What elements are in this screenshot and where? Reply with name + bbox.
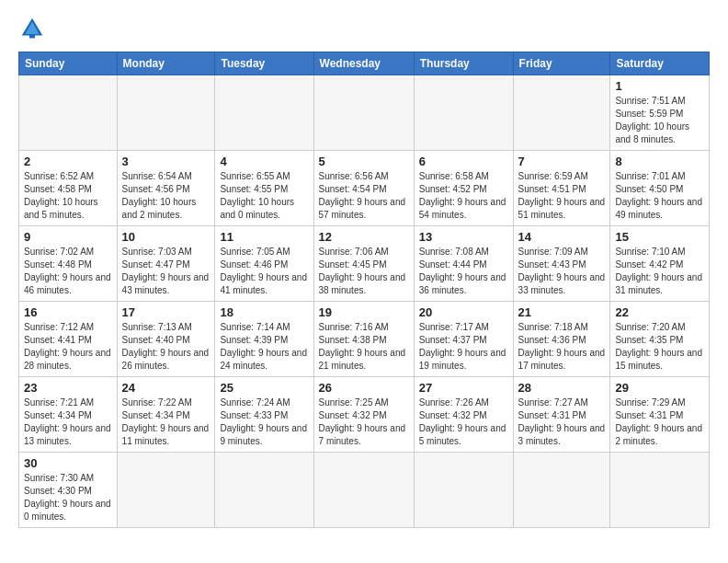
calendar-cell: 22Sunrise: 7:20 AM Sunset: 4:35 PM Dayli… (610, 302, 710, 377)
calendar-week-row: 23Sunrise: 7:21 AM Sunset: 4:34 PM Dayli… (19, 377, 710, 453)
day-info: Sunrise: 7:29 AM Sunset: 4:31 PM Dayligh… (615, 396, 704, 448)
day-number: 6 (419, 155, 508, 168)
day-info: Sunrise: 7:20 AM Sunset: 4:35 PM Dayligh… (615, 321, 704, 373)
calendar-cell: 24Sunrise: 7:22 AM Sunset: 4:34 PM Dayli… (117, 377, 215, 453)
day-number: 22 (615, 305, 704, 319)
calendar-cell: 8Sunrise: 7:01 AM Sunset: 4:50 PM Daylig… (610, 151, 710, 226)
calendar-cell: 27Sunrise: 7:26 AM Sunset: 4:32 PM Dayli… (414, 377, 513, 453)
day-info: Sunrise: 6:58 AM Sunset: 4:52 PM Dayligh… (419, 170, 508, 222)
calendar-cell (117, 453, 215, 528)
day-number: 7 (518, 155, 606, 168)
day-info: Sunrise: 7:51 AM Sunset: 5:59 PM Dayligh… (615, 95, 704, 146)
calendar-header-row: SundayMondayTuesdayWednesdayThursdayFrid… (19, 52, 710, 75)
day-info: Sunrise: 7:16 AM Sunset: 4:38 PM Dayligh… (319, 321, 409, 373)
calendar-cell: 9Sunrise: 7:02 AM Sunset: 4:48 PM Daylig… (19, 226, 118, 302)
day-number: 24 (122, 381, 210, 395)
calendar-cell (513, 453, 610, 528)
day-info: Sunrise: 6:59 AM Sunset: 4:51 PM Dayligh… (518, 170, 606, 222)
weekday-header: Sunday (19, 52, 118, 75)
day-info: Sunrise: 7:17 AM Sunset: 4:37 PM Dayligh… (419, 321, 508, 373)
calendar-cell (414, 453, 513, 528)
calendar-cell (215, 75, 313, 151)
day-number: 12 (319, 230, 409, 244)
day-number: 25 (220, 381, 308, 395)
logo (18, 15, 50, 42)
day-info: Sunrise: 7:10 AM Sunset: 4:42 PM Dayligh… (615, 246, 704, 297)
day-number: 15 (615, 230, 704, 244)
calendar-week-row: 1Sunrise: 7:51 AM Sunset: 5:59 PM Daylig… (19, 75, 710, 151)
day-info: Sunrise: 7:25 AM Sunset: 4:32 PM Dayligh… (319, 396, 409, 448)
calendar-week-row: 2Sunrise: 6:52 AM Sunset: 4:58 PM Daylig… (19, 151, 710, 226)
day-number: 2 (24, 155, 112, 168)
day-number: 18 (220, 305, 308, 319)
calendar-cell: 28Sunrise: 7:27 AM Sunset: 4:31 PM Dayli… (513, 377, 610, 453)
calendar-cell (513, 75, 610, 151)
weekday-header: Thursday (414, 52, 513, 75)
day-info: Sunrise: 7:24 AM Sunset: 4:33 PM Dayligh… (220, 396, 308, 448)
calendar-cell: 6Sunrise: 6:58 AM Sunset: 4:52 PM Daylig… (414, 151, 513, 226)
day-number: 19 (319, 305, 409, 319)
day-number: 29 (615, 381, 704, 395)
calendar-week-row: 16Sunrise: 7:12 AM Sunset: 4:41 PM Dayli… (19, 302, 710, 377)
calendar-cell: 2Sunrise: 6:52 AM Sunset: 4:58 PM Daylig… (19, 151, 118, 226)
day-info: Sunrise: 6:52 AM Sunset: 4:58 PM Dayligh… (24, 170, 112, 222)
svg-rect-2 (29, 34, 35, 39)
calendar-cell: 16Sunrise: 7:12 AM Sunset: 4:41 PM Dayli… (19, 302, 118, 377)
weekday-header: Wednesday (313, 52, 414, 75)
day-info: Sunrise: 7:14 AM Sunset: 4:39 PM Dayligh… (220, 321, 308, 373)
day-number: 1 (615, 79, 704, 93)
calendar-cell: 13Sunrise: 7:08 AM Sunset: 4:44 PM Dayli… (414, 226, 513, 302)
day-number: 30 (24, 456, 112, 470)
calendar-cell: 15Sunrise: 7:10 AM Sunset: 4:42 PM Dayli… (610, 226, 710, 302)
calendar-cell: 12Sunrise: 7:06 AM Sunset: 4:45 PM Dayli… (313, 226, 414, 302)
day-info: Sunrise: 7:03 AM Sunset: 4:47 PM Dayligh… (122, 246, 210, 297)
day-number: 4 (220, 155, 308, 168)
calendar-cell: 23Sunrise: 7:21 AM Sunset: 4:34 PM Dayli… (19, 377, 118, 453)
calendar-cell: 4Sunrise: 6:55 AM Sunset: 4:55 PM Daylig… (215, 151, 313, 226)
day-info: Sunrise: 7:26 AM Sunset: 4:32 PM Dayligh… (419, 396, 508, 448)
day-number: 21 (518, 305, 606, 319)
day-number: 9 (24, 230, 112, 244)
calendar-cell (313, 75, 414, 151)
day-number: 8 (615, 155, 704, 168)
calendar-cell: 25Sunrise: 7:24 AM Sunset: 4:33 PM Dayli… (215, 377, 313, 453)
calendar-cell: 26Sunrise: 7:25 AM Sunset: 4:32 PM Dayli… (313, 377, 414, 453)
day-info: Sunrise: 7:22 AM Sunset: 4:34 PM Dayligh… (122, 396, 210, 448)
day-number: 23 (24, 381, 112, 395)
day-number: 14 (518, 230, 606, 244)
calendar-cell: 5Sunrise: 6:56 AM Sunset: 4:54 PM Daylig… (313, 151, 414, 226)
day-number: 16 (24, 305, 112, 319)
day-info: Sunrise: 7:08 AM Sunset: 4:44 PM Dayligh… (419, 246, 508, 297)
day-info: Sunrise: 7:13 AM Sunset: 4:40 PM Dayligh… (122, 321, 210, 373)
calendar-cell: 21Sunrise: 7:18 AM Sunset: 4:36 PM Dayli… (513, 302, 610, 377)
calendar-cell (19, 75, 118, 151)
weekday-header: Friday (513, 52, 610, 75)
day-number: 26 (319, 381, 409, 395)
calendar-cell: 1Sunrise: 7:51 AM Sunset: 5:59 PM Daylig… (610, 75, 710, 151)
day-info: Sunrise: 7:27 AM Sunset: 4:31 PM Dayligh… (518, 396, 606, 448)
calendar-cell (414, 75, 513, 151)
calendar-cell: 14Sunrise: 7:09 AM Sunset: 4:43 PM Dayli… (513, 226, 610, 302)
day-info: Sunrise: 7:02 AM Sunset: 4:48 PM Dayligh… (24, 246, 112, 297)
calendar-week-row: 30Sunrise: 7:30 AM Sunset: 4:30 PM Dayli… (19, 453, 710, 528)
page: SundayMondayTuesdayWednesdayThursdayFrid… (0, 0, 728, 563)
day-info: Sunrise: 7:18 AM Sunset: 4:36 PM Dayligh… (518, 321, 606, 373)
calendar-cell: 18Sunrise: 7:14 AM Sunset: 4:39 PM Dayli… (215, 302, 313, 377)
day-info: Sunrise: 7:06 AM Sunset: 4:45 PM Dayligh… (319, 246, 409, 297)
calendar-cell: 3Sunrise: 6:54 AM Sunset: 4:56 PM Daylig… (117, 151, 215, 226)
calendar-cell: 10Sunrise: 7:03 AM Sunset: 4:47 PM Dayli… (117, 226, 215, 302)
day-info: Sunrise: 6:56 AM Sunset: 4:54 PM Dayligh… (319, 170, 409, 222)
weekday-header: Tuesday (215, 52, 313, 75)
calendar-cell (215, 453, 313, 528)
day-info: Sunrise: 7:21 AM Sunset: 4:34 PM Dayligh… (24, 396, 112, 448)
day-number: 28 (518, 381, 606, 395)
logo-icon (18, 15, 46, 42)
day-info: Sunrise: 7:05 AM Sunset: 4:46 PM Dayligh… (220, 246, 308, 297)
day-number: 3 (122, 155, 210, 168)
calendar-cell (610, 453, 710, 528)
weekday-header: Monday (117, 52, 215, 75)
day-number: 11 (220, 230, 308, 244)
day-number: 10 (122, 230, 210, 244)
calendar-cell (313, 453, 414, 528)
day-number: 13 (419, 230, 508, 244)
